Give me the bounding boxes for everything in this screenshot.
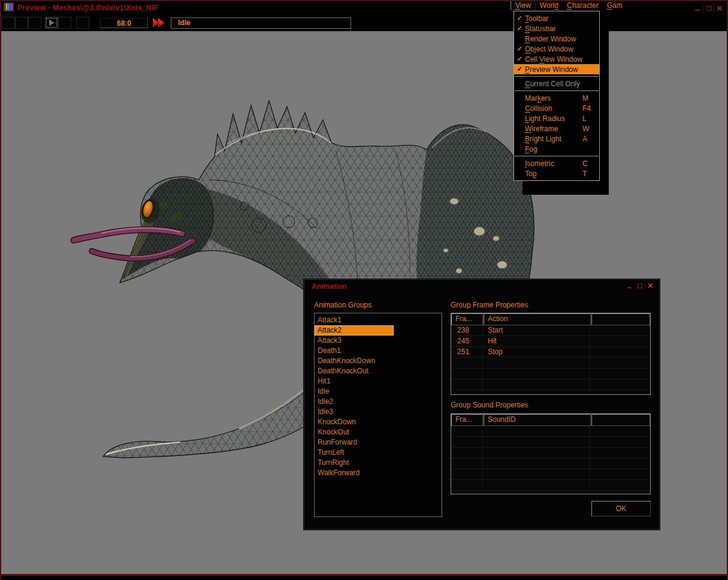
dialog-maximize-button[interactable]	[635, 282, 645, 290]
animation-name-field[interactable]: Idle	[171, 17, 351, 29]
maximize-icon	[638, 283, 642, 288]
menu-item-top[interactable]: TopT	[514, 168, 599, 179]
group-sound-properties-table[interactable]: Fra...SoundID	[451, 413, 651, 494]
group-frame-properties-table[interactable]: Fra...Action238Start245Hit251Stop	[451, 313, 651, 395]
menu-item-light-radius[interactable]: Light RadiusL	[514, 113, 599, 123]
menubar-item-gam[interactable]: Gam	[603, 0, 627, 10]
menu-item-object-window[interactable]: ✓Object Window	[514, 44, 599, 54]
toolbar-button-5[interactable]	[58, 17, 71, 29]
maximize-icon	[706, 6, 711, 11]
minimize-icon	[695, 10, 700, 11]
menu-item-label: Fog	[525, 145, 582, 153]
toolbar-button-1[interactable]	[2, 17, 15, 29]
play-button[interactable]	[45, 17, 58, 29]
list-item-attack1[interactable]: Attack1	[315, 315, 442, 325]
table-cell: 251	[451, 347, 483, 357]
table-cell	[451, 390, 483, 395]
list-item-deathknockdown[interactable]: DeathKnockDown	[315, 356, 442, 366]
menu-item-markers[interactable]: MarkersM	[514, 93, 599, 103]
group-sound-properties-label: Group Sound Properties	[451, 401, 528, 409]
checkmark-icon: ✓	[514, 55, 525, 63]
list-item-turnright[interactable]: TurnRight	[315, 458, 442, 468]
list-item-knockout[interactable]: KnockOut	[315, 427, 442, 437]
list-item-knockdown[interactable]: KnockDown	[315, 417, 442, 427]
table-row-empty	[451, 469, 650, 480]
close-icon: ✕	[716, 5, 722, 11]
menu-item-statusbar[interactable]: ✓Statusbar	[514, 23, 599, 34]
list-item-turnleft[interactable]: TurnLeft	[315, 448, 442, 458]
table-cell	[590, 437, 650, 447]
toolbar-button-2[interactable]	[15, 17, 28, 29]
toolbar-button-6[interactable]	[76, 17, 89, 29]
menu-item-shortcut: F4	[582, 104, 599, 113]
toolbar-button-3[interactable]	[28, 17, 41, 29]
table-cell	[451, 358, 483, 368]
table-cell	[451, 426, 483, 436]
list-item-walkforward[interactable]: WalkForward	[315, 468, 442, 478]
menu-item-isometric[interactable]: IsometricC	[514, 158, 599, 168]
list-item-idle3[interactable]: Idle3	[315, 407, 442, 417]
table-cell	[590, 469, 650, 479]
table-cell	[451, 437, 483, 447]
column-header-soundid[interactable]: SoundID	[484, 414, 591, 426]
list-item-death1[interactable]: Death1	[315, 346, 442, 356]
list-item-hit1[interactable]: Hit1	[315, 376, 442, 386]
menu-item-collision[interactable]: CollisionF4	[514, 103, 599, 113]
menu-item-toolbar[interactable]: ✓Toolbar	[514, 13, 599, 23]
table-cell	[451, 480, 483, 490]
fast-forward-button[interactable]	[152, 17, 169, 29]
minimize-button[interactable]	[692, 4, 703, 13]
menu-item-render-window[interactable]: Render Window	[514, 34, 599, 44]
table-cell	[590, 347, 650, 357]
list-item-idle[interactable]: Idle	[315, 386, 442, 397]
list-item-runforward[interactable]: RunForward	[315, 437, 442, 448]
table-row-empty	[451, 358, 650, 368]
menubar-item-character[interactable]: Character	[563, 0, 603, 10]
menu-item-wireframe[interactable]: WireframeW	[514, 123, 599, 134]
table-row[interactable]: 251Stop	[451, 347, 650, 358]
table-row[interactable]: 238Start	[451, 325, 650, 336]
table-cell	[483, 437, 590, 447]
list-item-attack3[interactable]: Attack3	[315, 336, 442, 346]
table-row[interactable]: 245Hit	[451, 336, 650, 347]
menu-item-label: Object Window	[525, 45, 582, 53]
menubar-item-world[interactable]: World	[536, 0, 563, 10]
table-cell	[483, 469, 590, 479]
maximize-button[interactable]	[703, 4, 714, 13]
menubar-item-view[interactable]: View	[510, 0, 536, 10]
menu-item-label: Render Window	[525, 35, 582, 43]
menu-separator	[515, 76, 599, 77]
checkmark-icon: ✓	[514, 65, 525, 73]
dialog-window-controls: ✕	[624, 282, 655, 290]
dialog-minimize-button[interactable]	[624, 282, 635, 290]
table-row-empty	[451, 368, 650, 379]
menu-item-bright-light[interactable]: Bright LightA	[514, 134, 599, 144]
menu-item-cell-view-window[interactable]: ✓Cell View Window	[514, 54, 599, 64]
column-header-fra-[interactable]: Fra...	[451, 313, 483, 325]
column-header-action[interactable]: Action	[484, 313, 591, 325]
column-header-blank[interactable]	[591, 313, 650, 325]
menu-item-preview-window[interactable]: ✓Preview Window	[514, 64, 599, 74]
table-cell	[590, 426, 650, 436]
list-item-deathknockout[interactable]: DeathKnockOut	[315, 366, 442, 376]
animation-groups-list[interactable]: Attack1Attack2Attack3Death1DeathKnockDow…	[314, 313, 442, 517]
table-header-row: Fra...Action	[451, 313, 650, 325]
menu-item-fog[interactable]: Fog	[514, 144, 599, 154]
view-menu-dropdown: ✓Toolbar✓StatusbarRender Window✓Object W…	[513, 11, 600, 181]
dialog-close-button[interactable]: ✕	[645, 282, 655, 290]
menu-item-current-cell-only[interactable]: Current Cell Only	[514, 78, 599, 89]
table-row-empty	[451, 437, 650, 448]
menu-item-shortcut: W	[582, 125, 599, 133]
column-header-blank[interactable]	[591, 414, 650, 426]
table-cell	[451, 469, 483, 479]
ok-button[interactable]: OK	[591, 501, 651, 516]
menu-item-shortcut: T	[582, 170, 599, 178]
table-cell	[590, 390, 650, 395]
table-cell	[483, 379, 590, 389]
list-item-idle2[interactable]: Idle2	[315, 397, 442, 407]
animation-dialog[interactable]: Animation ✕ Animation Groups Attack1Atta…	[304, 279, 660, 530]
close-button[interactable]: ✕	[714, 4, 724, 13]
column-header-fra-[interactable]: Fra...	[451, 414, 483, 426]
list-item-attack2[interactable]: Attack2	[315, 325, 394, 336]
menu-item-label: Light Radius	[525, 114, 582, 123]
